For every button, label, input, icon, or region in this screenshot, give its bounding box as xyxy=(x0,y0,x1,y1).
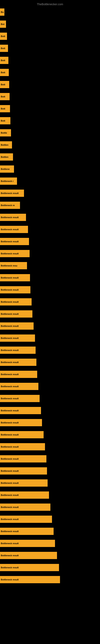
bar-label: Bottleneck result xyxy=(1,337,19,339)
bar-label: Bottleneck result xyxy=(1,313,19,315)
bar-row: Bottleneck result xyxy=(0,344,100,356)
bar-row: Bottlene xyxy=(0,163,100,175)
bar-label: Bottlene xyxy=(1,168,10,170)
bar-row: Bottleneck result xyxy=(0,392,100,404)
bar-label: Bottleneck result xyxy=(1,276,19,279)
bar-row: Bottleneck result xyxy=(0,513,100,525)
result-bar: Bottlene xyxy=(0,166,14,173)
bar-row: Bott xyxy=(0,90,100,103)
bar-row: Bottleneck result xyxy=(0,211,100,224)
bar-row: Bottleneck result xyxy=(0,416,100,429)
result-bar: Bottleneck result xyxy=(0,286,30,294)
bar-row: Bott xyxy=(0,115,100,127)
bar-label: Bott xyxy=(1,120,5,122)
result-bar: Bo xyxy=(0,8,4,16)
result-bar: Bottleneck result xyxy=(0,371,37,378)
result-bar: Bottleneck result xyxy=(0,250,30,257)
result-bar: Bott xyxy=(0,81,9,88)
bar-label: Bottleneck result xyxy=(1,530,19,532)
bar-row: Bottleneck result xyxy=(0,574,100,586)
bar-row: Bottleneck result xyxy=(0,465,100,477)
bar-label: Bottleneck result xyxy=(1,494,19,496)
bar-row: Bottleneck result xyxy=(0,441,100,453)
bar-row: Bottleneck result xyxy=(0,368,100,380)
bar-label: Bottle xyxy=(1,132,7,134)
result-bar: Bottlen xyxy=(0,141,12,148)
result-bar: Bottleneck re xyxy=(0,202,20,209)
result-bar: Bott xyxy=(0,45,8,52)
bar-row: Bottleneck result xyxy=(0,550,100,562)
bar-row: Bott xyxy=(0,30,100,42)
result-bar: Bottleneck result xyxy=(0,504,50,511)
bar-row: Bottleneck result xyxy=(0,332,100,344)
bar-row: Bottleneck result xyxy=(0,272,100,284)
bar-label: Bottleneck result xyxy=(1,506,19,508)
bar-row: Bottleneck result xyxy=(0,429,100,441)
bar-row: Bottleneck result xyxy=(0,525,100,537)
result-bar: Bottleneck result xyxy=(0,395,40,402)
bar-row: Bottleneck result xyxy=(0,296,100,308)
bar-label: Bottleneck result xyxy=(1,361,19,364)
bar-label: Bott xyxy=(1,35,5,38)
bar-row: Bottleneck re xyxy=(0,199,100,211)
bar-label: Bottleneck result xyxy=(1,385,19,388)
bar-label: Bottleneck result xyxy=(1,349,19,352)
result-bar: Bottleneck result xyxy=(0,455,47,462)
bar-label: Bottleneck result xyxy=(1,301,19,303)
bar-label: Bott xyxy=(1,71,5,74)
bar-label: Bottleneck result xyxy=(1,422,19,424)
bar-label: Bottleneck result xyxy=(1,518,19,520)
bar-label: Bottleneck re xyxy=(1,204,15,206)
result-bar: Bottleneck result xyxy=(0,322,34,330)
result-bar: Bottleneck result xyxy=(0,383,38,390)
bar-label: Bottleneck r xyxy=(1,180,14,182)
result-bar: Bottleneck result xyxy=(0,274,30,281)
result-bar: Bottleneck result xyxy=(0,443,45,450)
result-bar: Bottleneck result xyxy=(0,576,60,583)
bar-row: Bott xyxy=(0,54,100,66)
bar-label: Bottleneck result xyxy=(1,216,19,218)
bar-label: Bottleneck result xyxy=(1,240,19,243)
bar-row: Bottleneck result xyxy=(0,356,100,368)
bar-row: Bottleneck result xyxy=(0,284,100,296)
result-bar: Bottleneck result xyxy=(0,346,36,354)
result-bar: Bottleneck result xyxy=(0,359,36,366)
bar-row: Bott xyxy=(0,66,100,78)
result-bar: Bottleneck result xyxy=(0,480,48,486)
result-bar: Bottleneck result xyxy=(0,190,24,197)
bar-label: Bottleneck result xyxy=(1,373,19,376)
result-bar: Bott xyxy=(0,32,7,40)
bar-row: Bottleneck result xyxy=(0,453,100,465)
bar-label: Bottleneck result xyxy=(1,252,19,255)
result-bar: Bottleneck result xyxy=(0,492,49,499)
bar-row: Bott xyxy=(0,78,100,90)
result-bar: Bottleneck result xyxy=(0,431,44,438)
bar-row: Bottleneck result xyxy=(0,187,100,199)
bar-label: Bott xyxy=(1,59,5,62)
result-bar: Bott xyxy=(0,57,8,64)
bar-label: Bott xyxy=(1,83,5,86)
bar-row: Bottleneck result xyxy=(0,320,100,332)
bar-row: Bottleneck result xyxy=(0,537,100,550)
bar-label: Bottleneck result xyxy=(1,566,19,569)
bar-label: Bottleneck result xyxy=(1,434,19,436)
bar-row: Bottleneck result xyxy=(0,404,100,416)
result-bar: Bottleneck result xyxy=(0,564,59,571)
result-bar: Bottleneck result xyxy=(0,540,55,547)
bar-row: Bottleneck result xyxy=(0,248,100,260)
result-bar: Bott xyxy=(0,93,10,100)
bar-row: Bottleneck result xyxy=(0,477,100,489)
bar-label: Bottleneck result xyxy=(1,192,19,194)
result-bar: Bottleneck result xyxy=(0,214,26,221)
bar-label: Bott xyxy=(1,47,5,50)
bar-label: Bottleneck result xyxy=(1,458,19,460)
result-bar: Bottleneck result xyxy=(0,238,29,245)
bar-label: Bottleneck result xyxy=(1,325,19,327)
bar-label: Bottleneck result xyxy=(1,409,19,412)
bar-label: Bottleneck resu xyxy=(1,264,17,267)
bar-row: Bottlen xyxy=(0,139,100,151)
bar-label: Bottleneck result xyxy=(1,446,19,448)
bar-label: Bottleneck result xyxy=(1,470,19,472)
bar-label: Bott xyxy=(1,108,5,110)
result-bar: Bottle xyxy=(0,129,11,136)
